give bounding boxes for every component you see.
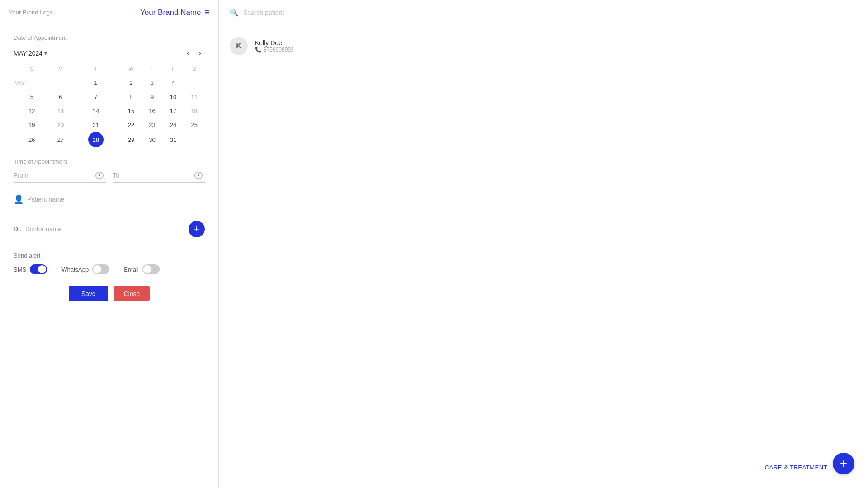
nav-arrows: ‹ › [183,47,205,59]
cal-cell[interactable]: 27 [50,132,71,147]
cal-cell[interactable]: 5 [14,90,50,104]
care-treatment-label: CARE & TREATMENT [765,464,827,471]
patient-name-input[interactable] [27,196,205,203]
cal-cell[interactable]: 30 [142,132,163,147]
patient-icon: 👤 [14,194,24,204]
calendar-nav: MAY 2024 ▾ ‹ › [14,47,205,59]
cal-cell[interactable]: 2 [121,76,142,90]
sms-toggle-group: SMS [14,264,47,274]
email-toggle[interactable] [142,264,160,274]
cal-cell[interactable]: 13 [50,104,71,118]
day-header-w: W [121,64,142,76]
from-time-input[interactable] [14,172,106,179]
day-header-s1: S [14,64,50,76]
top-nav: Your Brand Logo Your Brand Name ≡ [0,0,218,25]
prev-month-button[interactable]: ‹ [183,47,193,59]
cal-cell[interactable]: 9 [142,90,163,104]
right-panel: 🔍 K Kelly Doe 📞 8759008993 CARE & TREATM… [219,0,868,488]
cal-cell[interactable]: 26 [14,132,50,147]
add-doctor-button[interactable]: + [189,221,205,237]
save-button[interactable]: Save [69,286,108,301]
cal-cell-empty [184,132,205,147]
whatsapp-toggle[interactable] [92,264,109,274]
doctor-name-row: Dr. + [14,216,205,242]
whatsapp-toggle-group: WhatsApp [61,264,109,274]
calendar-body: MAY 1 2 3 4 5 6 7 8 9 10 11 [14,76,205,147]
patient-info: Kelly Doe 📞 8759008993 [255,39,294,53]
cal-cell[interactable]: 3 [142,76,163,90]
alert-label: Send alert [14,252,205,259]
sms-label: SMS [14,266,26,273]
cal-cell[interactable]: 6 [50,90,71,104]
list-item[interactable]: K Kelly Doe 📞 8759008993 [230,33,857,60]
cal-cell[interactable]: 7 [71,90,120,104]
cal-cell[interactable]: 22 [121,118,142,132]
cal-cell[interactable]: 20 [50,118,71,132]
cal-cell[interactable]: 1 [71,76,120,90]
cal-cell[interactable]: 8 [121,90,142,104]
search-icon: 🔍 [230,8,239,17]
cal-cell[interactable]: 19 [14,118,50,132]
to-time-input[interactable] [113,172,205,179]
doctor-prefix: Dr. [14,225,22,233]
email-label: Email [124,266,139,273]
left-panel: Your Brand Logo Your Brand Name ≡ Date o… [0,0,219,488]
calendar-header-row: S M T W T F S [14,64,205,76]
hamburger-icon[interactable]: ≡ [204,8,209,17]
day-header-f: F [163,64,184,76]
doctor-name-input[interactable] [25,225,185,233]
search-input[interactable] [243,9,857,16]
cal-cell[interactable]: 11 [184,90,205,104]
time-section: Time of Appointment 🕐 🕐 [14,158,205,183]
cal-cell-selected[interactable]: 28 [71,132,120,147]
month-year-label[interactable]: MAY 2024 ▾ [14,50,47,57]
patient-phone: 📞 8759008993 [255,47,294,53]
calendar-table: S M T W T F S MAY 1 2 3 4 [14,64,205,147]
patient-list: K Kelly Doe 📞 8759008993 [219,25,868,67]
clock-icon-to: 🕐 [194,171,203,180]
cal-cell[interactable]: 25 [184,118,205,132]
fab-button[interactable]: + [833,453,854,474]
sms-toggle[interactable] [30,264,47,274]
cal-cell[interactable]: 4 [163,76,184,90]
month-tag: MAY [14,76,50,90]
cal-cell[interactable]: 16 [142,104,163,118]
cal-cell[interactable]: 29 [121,132,142,147]
cal-cell[interactable]: 15 [121,104,142,118]
whatsapp-toggle-knob [93,265,101,273]
date-label: Date of Appointment [14,34,205,41]
cal-cell[interactable]: 18 [184,104,205,118]
cal-cell[interactable]: 12 [14,104,50,118]
sms-toggle-knob [38,265,46,273]
phone-icon: 📞 [255,47,262,53]
cal-cell[interactable]: 10 [163,90,184,104]
patient-name-row: 👤 [14,190,205,209]
cal-cell[interactable]: 31 [163,132,184,147]
day-header-t2: T [142,64,163,76]
selected-day-circle: 28 [88,132,104,147]
brand-name-container: Your Brand Name ≡ [140,8,209,17]
cal-cell-empty [184,76,205,90]
day-header-t1: T [71,64,120,76]
alert-section: Send alert SMS WhatsApp Email [14,252,205,274]
to-time-wrap: 🕐 [113,171,205,183]
table-row: 5 6 7 8 9 10 11 [14,90,205,104]
day-header-m: M [50,64,71,76]
close-button[interactable]: Close [114,286,150,301]
form-area: Date of Appointment MAY 2024 ▾ ‹ › S M T… [0,25,218,488]
from-time-wrap: 🕐 [14,171,106,183]
search-bar: 🔍 [219,0,868,25]
next-month-button[interactable]: › [195,47,205,59]
cal-cell[interactable]: 23 [142,118,163,132]
action-buttons: Save Close [14,286,205,301]
day-header-s2: S [184,64,205,76]
avatar: K [230,37,248,55]
table-row: 26 27 28 29 30 31 [14,132,205,147]
time-inputs: 🕐 🕐 [14,171,205,183]
patient-name: Kelly Doe [255,39,294,47]
cal-cell[interactable]: 17 [163,104,184,118]
cal-cell[interactable]: 14 [71,104,120,118]
cal-cell[interactable]: 21 [71,118,120,132]
cal-cell[interactable]: 24 [163,118,184,132]
cal-cell-empty [50,76,71,90]
